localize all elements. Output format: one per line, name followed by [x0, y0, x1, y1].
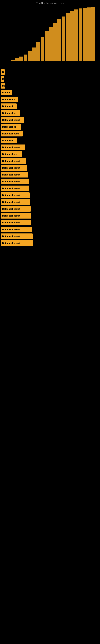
bottleneck-bar-18: Bottleneck result: [1, 186, 29, 191]
bottleneck-list: BBBoBottlenBottleneck rBottleneckBottlen…: [0, 69, 100, 246]
chart-bar-0: [11, 60, 15, 61]
bottleneck-label-14: Bottleneck result: [2, 160, 20, 162]
bottleneck-item-10: Bottleneck resu: [1, 131, 100, 136]
bottleneck-item-24: Bottleneck result: [1, 226, 100, 232]
chart-bar-14: [70, 11, 74, 61]
bottleneck-label-21: Bottleneck result: [2, 208, 20, 210]
chart-bar-11: [57, 19, 61, 61]
bottleneck-item-2: B: [1, 76, 100, 82]
chart-area: [4, 5, 96, 65]
bottleneck-bar-26: Bottleneck result: [1, 240, 33, 246]
chart-bars: [11, 7, 95, 61]
chart-bar-1: [15, 58, 19, 61]
bottleneck-item-15: Bottleneck result: [1, 165, 100, 171]
bottleneck-item-19: Bottleneck result: [1, 192, 100, 198]
bottleneck-label-4: Bottlen: [2, 91, 10, 94]
bottleneck-item-4: Bottlen: [1, 90, 100, 96]
bottleneck-bar-12: Bottleneck result: [1, 144, 25, 150]
chart-bar-5: [32, 48, 36, 61]
bottleneck-bar-21: Bottleneck result: [1, 206, 31, 212]
bottleneck-label-2: B: [2, 78, 4, 80]
bottleneck-item-16: Bottleneck result: [1, 172, 100, 178]
bottleneck-bar-22: Bottleneck result: [1, 213, 31, 218]
chart-bar-9: [49, 27, 53, 61]
bottleneck-item-20: Bottleneck result: [1, 199, 100, 205]
chart-bar-7: [41, 37, 44, 61]
bottleneck-bar-9: Bottleneck re: [1, 124, 21, 130]
chart-bar-8: [45, 31, 49, 61]
chart-bar-17: [83, 8, 87, 61]
bottleneck-item-3: Bo: [1, 83, 100, 88]
bottleneck-bar-2: B: [1, 76, 4, 82]
bottleneck-label-5: Bottleneck r: [2, 98, 15, 100]
bottleneck-label-9: Bottleneck re: [2, 126, 16, 128]
bottleneck-item-23: Bottleneck result: [1, 220, 100, 226]
bottleneck-bar-24: Bottleneck result: [1, 226, 32, 232]
bottleneck-bar-20: Bottleneck result: [1, 199, 30, 205]
bottleneck-item-14: Bottleneck result: [1, 158, 100, 164]
chart-bar-18: [87, 8, 91, 61]
bottleneck-bar-23: Bottleneck result: [1, 220, 31, 226]
bottleneck-bar-8: Bottleneck result: [1, 117, 24, 123]
chart-bar-6: [36, 42, 40, 61]
bottleneck-bar-17: Bottleneck result: [1, 179, 29, 184]
bottleneck-label-7: Bottleneck re: [2, 112, 16, 114]
bottleneck-bar-10: Bottleneck resu: [1, 131, 23, 136]
bottleneck-item-17: Bottleneck result: [1, 179, 100, 184]
bottleneck-label-25: Bottleneck result: [2, 235, 20, 238]
bottleneck-bar-4: Bottlen: [1, 90, 12, 96]
bottleneck-item-7: Bottleneck re: [1, 110, 100, 116]
bottleneck-item-22: Bottleneck result: [1, 213, 100, 218]
bottleneck-item-6: Bottleneck: [1, 104, 100, 109]
bottleneck-item-25: Bottleneck result: [1, 234, 100, 239]
y-axis: [10, 5, 10, 61]
bottleneck-label-13: Bottleneck res: [2, 153, 17, 155]
bottleneck-label-11: Bottleneck: [2, 139, 13, 142]
bottleneck-label-6: Bottleneck: [2, 105, 13, 108]
bottleneck-item-9: Bottleneck re: [1, 124, 100, 130]
bottleneck-label-12: Bottleneck result: [2, 146, 20, 148]
site-title: TheBottlenecker.com: [0, 0, 100, 5]
chart-bar-3: [24, 54, 27, 61]
bottleneck-bar-16: Bottleneck result: [1, 172, 28, 178]
bottleneck-item-8: Bottleneck result: [1, 117, 100, 123]
bottleneck-label-3: Bo: [2, 84, 5, 87]
bottleneck-label-1: B: [2, 71, 4, 73]
chart-bar-12: [62, 16, 65, 61]
chart-bar-2: [19, 56, 23, 61]
bottleneck-bar-25: Bottleneck result: [1, 234, 33, 239]
bottleneck-label-16: Bottleneck result: [2, 174, 20, 176]
bottleneck-item-13: Bottleneck res: [1, 151, 100, 157]
bottleneck-bar-15: Bottleneck result: [1, 165, 27, 171]
bottleneck-item-5: Bottleneck r: [1, 96, 100, 102]
bottleneck-bar-5: Bottleneck r: [1, 96, 18, 102]
bottleneck-label-26: Bottleneck result: [2, 242, 20, 244]
bottleneck-label-17: Bottleneck result: [2, 180, 20, 183]
bottleneck-label-22: Bottleneck result: [2, 214, 20, 217]
chart-bar-19: [91, 7, 95, 61]
bottleneck-item-21: Bottleneck result: [1, 206, 100, 212]
bottleneck-item-26: Bottleneck result: [1, 240, 100, 246]
chart-bar-16: [79, 8, 82, 61]
bottleneck-label-20: Bottleneck result: [2, 201, 20, 203]
chart-bar-10: [53, 23, 57, 61]
bottleneck-item-11: Bottleneck: [1, 138, 100, 143]
bottleneck-bar-19: Bottleneck result: [1, 192, 30, 198]
bottleneck-bar-11: Bottleneck: [1, 138, 17, 143]
bottleneck-bar-13: Bottleneck res: [1, 151, 22, 157]
chart-bar-13: [66, 13, 70, 61]
bottleneck-bar-7: Bottleneck re: [1, 110, 20, 116]
bottleneck-label-10: Bottleneck resu: [2, 132, 19, 135]
bottleneck-item-18: Bottleneck result: [1, 186, 100, 191]
bottleneck-label-8: Bottleneck result: [2, 119, 20, 121]
bottleneck-label-19: Bottleneck result: [2, 194, 20, 196]
chart-bar-4: [28, 51, 32, 61]
bottleneck-item-1: B: [1, 69, 100, 75]
bottleneck-bar-1: B: [1, 69, 4, 75]
bottleneck-item-12: Bottleneck result: [1, 144, 100, 150]
bottleneck-bar-3: Bo: [1, 83, 5, 88]
bottleneck-label-15: Bottleneck result: [2, 167, 20, 169]
chart-bar-15: [74, 10, 78, 61]
bottleneck-bar-14: Bottleneck result: [1, 158, 26, 164]
bottleneck-label-23: Bottleneck result: [2, 222, 20, 224]
